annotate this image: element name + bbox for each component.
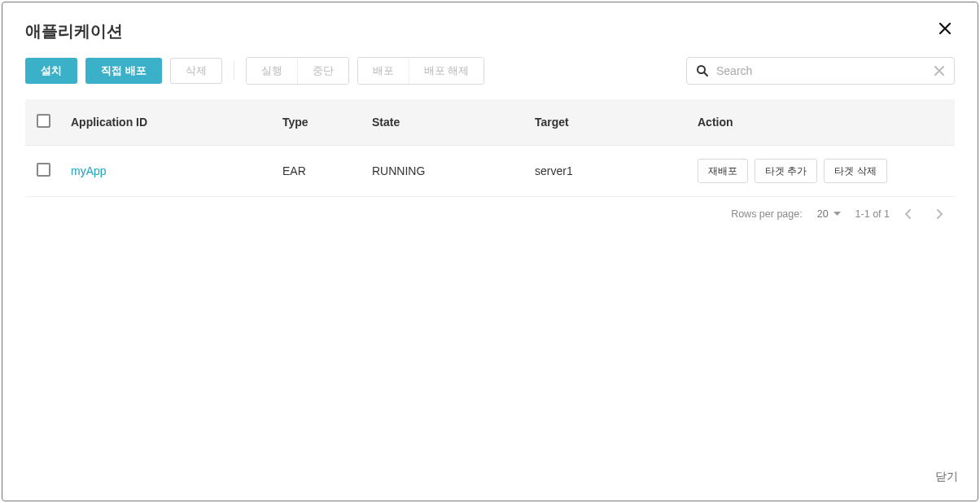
delete-button[interactable]: 삭제 [170, 58, 222, 84]
run-button[interactable]: 실행 [247, 58, 298, 84]
caret-down-icon [833, 212, 841, 217]
header-action: Action [688, 99, 955, 146]
footer-close-button[interactable]: 닫기 [932, 465, 961, 489]
search-icon [695, 63, 710, 78]
toolbar: 설치 직접 배포 삭제 실행 중단 배포 배포 해제 [2, 49, 978, 99]
toolbar-divider [234, 61, 234, 81]
clear-icon[interactable] [933, 64, 946, 77]
prev-page-button[interactable] [904, 209, 921, 219]
cell-state: RUNNING [362, 146, 525, 197]
redeploy-button[interactable]: 재배포 [698, 159, 748, 183]
table-area: Application ID Type State Target Action … [2, 99, 978, 457]
add-target-button[interactable]: 타겟 추가 [755, 159, 817, 183]
applications-table: Application ID Type State Target Action … [25, 99, 955, 197]
install-button[interactable]: 설치 [25, 58, 77, 84]
pagination: Rows per page: 20 1-1 of 1 [25, 197, 955, 220]
delete-target-button[interactable]: 타겟 삭제 [824, 159, 886, 183]
close-icon[interactable] [935, 20, 955, 37]
direct-deploy-button[interactable]: 직접 배포 [85, 58, 162, 84]
page-range: 1-1 of 1 [855, 208, 890, 220]
rows-per-page-label: Rows per page: [731, 208, 803, 220]
stop-button[interactable]: 중단 [298, 58, 348, 84]
page-size-value: 20 [817, 208, 829, 220]
deploy-button[interactable]: 배포 [358, 58, 409, 84]
cell-target: server1 [525, 146, 688, 197]
table-header-row: Application ID Type State Target Action [25, 99, 955, 146]
undeploy-button[interactable]: 배포 해제 [409, 58, 484, 84]
row-checkbox[interactable] [37, 163, 50, 177]
page-size-select[interactable]: 20 [817, 208, 841, 220]
cell-app-id: myApp [61, 146, 273, 197]
header-state: State [362, 99, 525, 146]
modal-header: 애플리케이션 [2, 2, 978, 49]
deploy-undeploy-group: 배포 배포 해제 [357, 57, 485, 85]
svg-line-1 [704, 72, 707, 76]
applications-modal: 애플리케이션 설치 직접 배포 삭제 실행 중단 배포 배포 해제 [2, 2, 978, 501]
modal-title: 애플리케이션 [25, 20, 123, 42]
run-stop-group: 실행 중단 [246, 57, 349, 85]
header-checkbox-cell [25, 99, 61, 146]
select-all-checkbox[interactable] [37, 114, 50, 128]
row-checkbox-cell [25, 146, 61, 197]
header-target: Target [525, 99, 688, 146]
header-type: Type [273, 99, 362, 146]
search-box[interactable] [686, 57, 955, 85]
cell-actions: 재배포 타겟 추가 타겟 삭제 [688, 146, 955, 197]
table-row: myApp EAR RUNNING server1 재배포 타겟 추가 타겟 삭… [25, 146, 955, 197]
header-app-id: Application ID [61, 99, 273, 146]
cell-type: EAR [273, 146, 362, 197]
app-id-link[interactable]: myApp [71, 164, 107, 177]
modal-footer: 닫기 [2, 457, 978, 501]
search-input[interactable] [710, 64, 933, 77]
next-page-button[interactable] [935, 209, 952, 219]
